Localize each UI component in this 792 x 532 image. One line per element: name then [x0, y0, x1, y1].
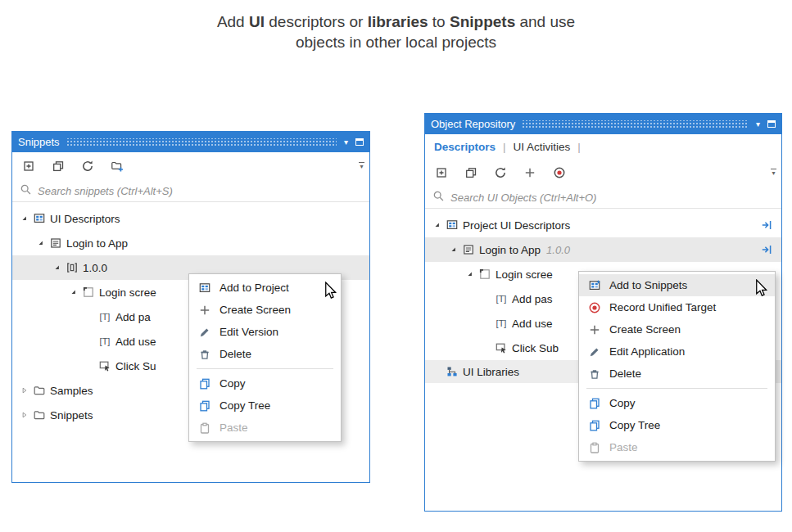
ui-descriptors-icon [444, 219, 460, 232]
window-menu-icon[interactable]: ▾ [756, 120, 760, 128]
new-item-button[interactable] [20, 158, 37, 174]
menu-item-copy-tree[interactable]: Copy Tree [189, 394, 341, 417]
mouse-cursor [324, 282, 337, 304]
tree-item-label: Login scree [99, 286, 156, 299]
pencil-icon [586, 345, 602, 358]
jump-to-icon[interactable] [757, 243, 776, 256]
text-element-icon: [T] [97, 312, 113, 322]
expander-icon[interactable] [66, 288, 80, 296]
repository-tabs: Descriptors | UI Activities | [425, 134, 781, 159]
search-icon [432, 190, 445, 205]
snippets-search [12, 180, 369, 202]
tree-item-label: Snippets [50, 409, 93, 422]
tree-item-login-to-app[interactable]: Login to App [12, 231, 369, 255]
repository-toolbar: ▾ [425, 159, 781, 187]
menu-item-copy[interactable]: Copy [579, 392, 775, 414]
expander-icon[interactable] [34, 239, 48, 247]
search-input[interactable] [38, 185, 362, 197]
pencil-icon [197, 326, 212, 339]
tab-separator: | [503, 141, 506, 153]
expander-icon[interactable] [463, 270, 477, 278]
version-suffix: 1.0.0 [546, 244, 570, 256]
dock-icon[interactable] [767, 120, 776, 128]
plus-icon [586, 323, 602, 336]
search-input[interactable] [450, 192, 774, 204]
expander-icon[interactable] [17, 214, 31, 223]
jump-to-icon[interactable] [757, 219, 776, 232]
menu-item-delete[interactable]: Delete [189, 343, 341, 365]
app-list-icon [48, 237, 64, 250]
menu-item-paste: Paste [579, 436, 775, 458]
tab-descriptors[interactable]: Descriptors [434, 141, 496, 153]
refresh-button[interactable] [492, 165, 509, 181]
text-element-icon: [T] [493, 294, 509, 304]
screen-icon [477, 268, 493, 281]
menu-item-create-screen[interactable]: Create Screen [579, 318, 775, 340]
collapse-icon[interactable] [17, 411, 31, 419]
menu-item-delete[interactable]: Delete [579, 363, 775, 385]
new-item-button[interactable] [433, 165, 450, 181]
copy-icon [197, 399, 212, 413]
folder-icon [31, 408, 48, 422]
menu-item-record-unified-target[interactable]: Record Unified Target [579, 296, 775, 318]
tab-ui-activities[interactable]: UI Activities [514, 141, 571, 153]
toolbar-overflow-button[interactable]: ▾ [771, 169, 776, 177]
ui-descriptors-icon [31, 212, 48, 225]
expander-icon[interactable] [446, 246, 460, 254]
tree-item-label: Login to App [66, 237, 128, 250]
add-button[interactable] [522, 165, 538, 181]
menu-item-edit-application[interactable]: Edit Application [579, 340, 775, 363]
refresh-button[interactable] [79, 158, 96, 174]
panel-title: Snippets [18, 136, 60, 148]
window-menu-icon[interactable]: ▾ [344, 138, 348, 147]
collapse-all-button[interactable] [463, 165, 479, 181]
plus-icon [197, 304, 212, 317]
click-element-icon [97, 359, 113, 372]
tree-item-label: Project UI Descriptors [463, 219, 570, 232]
tree-item-label: 1.0.0 [83, 262, 107, 274]
menu-separator [197, 368, 333, 369]
repository-context-menu: Add to Snippets Record Unified Target Cr… [578, 271, 776, 462]
paste-icon [586, 441, 602, 454]
tree-item-label: Login to App [479, 244, 541, 256]
collapse-icon[interactable] [17, 386, 31, 394]
tree-item-label: Add pas [512, 293, 553, 305]
page-title: Add UI descriptors or libraries to Snipp… [0, 11, 792, 52]
tree-item-label: Samples [50, 385, 93, 397]
folder-icon [31, 384, 48, 397]
tree-item-label: Add use [115, 336, 156, 348]
collapse-all-button[interactable] [50, 158, 66, 174]
expander-icon[interactable] [50, 264, 64, 272]
new-folder-button[interactable] [109, 158, 125, 174]
titlebar-grip [66, 138, 337, 146]
repository-search [425, 187, 781, 209]
menu-item-create-screen[interactable]: Create Screen [189, 299, 341, 321]
toolbar-overflow-button[interactable]: ▾ [359, 162, 364, 170]
expander-icon[interactable] [430, 221, 444, 229]
tree-item-label: Add pa [115, 311, 151, 323]
trash-icon [586, 367, 602, 381]
ui-libraries-icon [444, 365, 460, 378]
menu-separator [586, 388, 767, 389]
repository-titlebar: Object Repository ▾ [425, 114, 781, 134]
menu-item-add-to-snippets[interactable]: Add to Snippets [579, 274, 775, 296]
tab-separator: | [577, 141, 581, 153]
add-to-snippets-icon [586, 279, 602, 292]
dock-icon[interactable] [355, 138, 364, 146]
tree-item-project-ui-descriptors[interactable]: Project UI Descriptors [425, 213, 781, 237]
tree-item-label: UI Libraries [463, 366, 519, 378]
menu-item-copy[interactable]: Copy [189, 372, 341, 394]
click-element-icon [493, 341, 509, 354]
record-button[interactable] [551, 165, 568, 181]
tree-item-ui-descriptors[interactable]: UI Descriptors [12, 206, 369, 231]
copy-icon [197, 377, 212, 390]
menu-item-copy-tree[interactable]: Copy Tree [579, 414, 775, 436]
tree-item-login-to-app[interactable]: Login to App 1.0.0 [425, 237, 781, 262]
screen-icon [80, 286, 97, 299]
version-icon [64, 261, 80, 274]
add-to-project-icon [197, 282, 212, 295]
tree-item-label: Login scree [496, 268, 553, 281]
menu-item-edit-version[interactable]: Edit Version [189, 321, 341, 343]
menu-item-add-to-project[interactable]: Add to Project [189, 277, 341, 299]
record-icon [586, 301, 602, 314]
